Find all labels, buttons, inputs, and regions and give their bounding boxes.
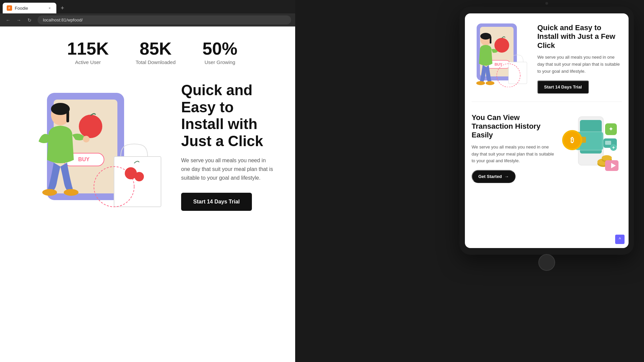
svg-point-2 <box>79 115 102 138</box>
new-tab-button[interactable]: + <box>58 3 67 13</box>
get-started-label: Get Started <box>478 174 502 179</box>
start-trial-button[interactable]: Start 14 Days Trial <box>181 193 252 211</box>
svg-text:BUY: BUY <box>78 157 90 162</box>
tablet-shopping-svg: BUY <box>472 20 530 87</box>
stat-label: Active User <box>67 59 109 65</box>
tablet-desc-2: We serve you all meals you need in one d… <box>472 144 556 165</box>
stat-number: 115K <box>67 40 109 57</box>
feature-heading: Quick and Easy to Install with Just a Cl… <box>181 82 275 149</box>
scroll-up-button[interactable]: ^ <box>615 235 625 244</box>
stat-number: 85K <box>136 40 175 57</box>
nav-buttons: ← → ↻ <box>4 16 34 24</box>
feature-section: BUY <box>0 75 295 218</box>
stat-downloaded: 85K Total Downloaded <box>136 40 175 65</box>
tab-favicon: F <box>7 5 12 11</box>
tablet-desc-1: We serve you all meals you need in one d… <box>537 54 622 75</box>
svg-rect-25 <box>508 62 527 84</box>
tablet-illustration-1: BUY <box>472 20 532 94</box>
svg-point-9 <box>42 189 57 196</box>
page-content: 115K Active User 85K Total Downloaded 50… <box>0 26 295 362</box>
stat-active-user: 115K Active User <box>67 40 109 65</box>
refresh-button[interactable]: ↻ <box>25 16 34 24</box>
svg-point-24 <box>486 81 494 85</box>
stat-label: User Growing <box>203 59 237 65</box>
svg-rect-7 <box>66 109 69 122</box>
tablet-heading-1: Quick and Easy to Install with Just a Fe… <box>537 23 622 50</box>
tablet-text-section-1: Quick and Easy to Install with Just a Fe… <box>537 20 622 94</box>
tab-bar: F Foodie × + <box>0 0 295 13</box>
tablet-heading-2: You Can View Transaction History Easily <box>472 113 556 140</box>
svg-text:✦: ✦ <box>608 126 613 132</box>
browser-tab[interactable]: F Foodie × <box>3 3 56 13</box>
forward-button[interactable]: → <box>15 16 23 24</box>
feature-text: Quick and Easy to Install with Just a Cl… <box>168 82 275 211</box>
stat-growing: 50% User Growing <box>203 40 237 65</box>
stats-section: 115K Active User 85K Total Downloaded 50… <box>0 26 295 75</box>
tablet-get-started-button[interactable]: Get Started → <box>472 170 516 183</box>
svg-rect-11 <box>114 157 161 207</box>
browser-window: F Foodie × + ← → ↻ 115K Active User 85K … <box>0 0 295 362</box>
svg-rect-22 <box>490 36 491 44</box>
svg-point-38 <box>602 155 612 161</box>
svg-point-23 <box>476 81 485 85</box>
tablet-text-section-2: You Can View Transaction History Easily … <box>472 110 556 183</box>
tablet-illustration-2: ₿ ✦ <box>561 110 622 183</box>
tablet-camera <box>545 2 548 5</box>
svg-point-21 <box>480 33 491 40</box>
tablet-trial-button[interactable]: Start 14 Days Trial <box>537 80 589 94</box>
address-input[interactable] <box>38 15 291 24</box>
svg-point-10 <box>64 189 78 196</box>
tablet-outer: BUY <box>460 7 634 255</box>
address-bar: ← → ↻ <box>0 13 295 26</box>
tablet-home-button[interactable] <box>538 254 555 271</box>
tab-title: Foodie <box>15 6 44 11</box>
tablet-feature-1: BUY <box>472 20 622 102</box>
feature-illustration: BUY <box>20 83 168 210</box>
svg-text:+: + <box>612 145 615 150</box>
tablet-screen: BUY <box>465 13 629 248</box>
svg-text:BUY: BUY <box>494 62 502 66</box>
svg-text:₿: ₿ <box>571 136 574 144</box>
tablet-content: BUY <box>465 13 629 248</box>
tablet-feature-2: You Can View Transaction History Easily … <box>472 110 622 183</box>
feature-description: We serve you all meals you need in one d… <box>181 156 275 182</box>
stat-number: 50% <box>203 40 237 57</box>
svg-point-14 <box>135 172 144 181</box>
tablet-device: BUY <box>456 0 644 362</box>
back-button[interactable]: ← <box>4 16 12 24</box>
tablet-payment-svg: ₿ ✦ <box>561 110 620 177</box>
tab-close-button[interactable]: × <box>47 5 52 11</box>
svg-point-8 <box>83 136 90 142</box>
svg-rect-42 <box>605 141 611 145</box>
shopping-illustration: BUY <box>20 83 168 210</box>
stat-label: Total Downloaded <box>136 59 175 65</box>
browser-chrome: F Foodie × + ← → ↻ <box>0 0 295 26</box>
arrow-icon: → <box>504 174 509 179</box>
